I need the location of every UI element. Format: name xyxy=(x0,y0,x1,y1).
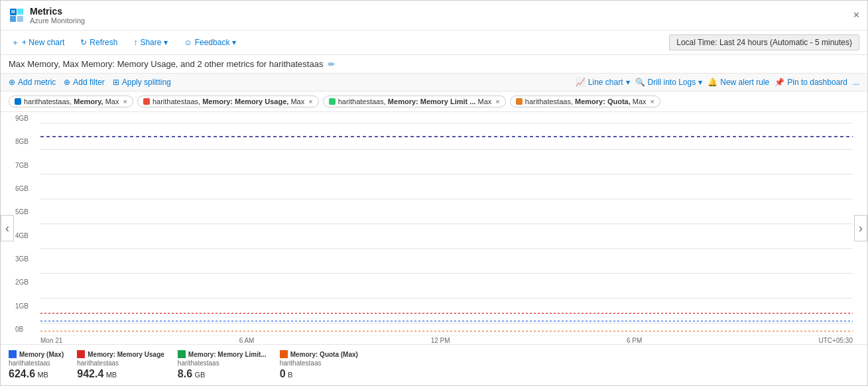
pill-close-3[interactable]: × xyxy=(495,97,499,105)
legend-item-header-2: Memory: Memory Usage xyxy=(77,350,164,358)
metrics-bar: ⊕ Add metric ⊕ Add filter ⊞ Apply splitt… xyxy=(1,74,867,92)
new-alert-rule-button[interactable]: 🔔 New alert rule xyxy=(708,78,769,87)
title-bar: M Metrics Azure Monitoring × xyxy=(1,1,867,31)
chart-canvas xyxy=(40,112,853,336)
legend-item-header-1: Memory (Max) xyxy=(9,350,64,358)
x-label-12pm: 12 PM xyxy=(431,337,450,344)
legend-value-4: 0 B xyxy=(280,368,358,380)
y-label-5gb: 5GB xyxy=(15,208,38,216)
y-label-8gb: 8GB xyxy=(15,138,38,145)
y-label-0b: 0B xyxy=(15,326,38,333)
new-chart-button[interactable]: ＋ + New chart xyxy=(9,36,67,50)
drill-into-logs-button[interactable]: 🔍 Drill into Logs ▾ xyxy=(635,78,703,87)
line-chart-button[interactable]: 📈 Line chart ▾ xyxy=(576,78,630,87)
drill-icon: 🔍 xyxy=(635,78,645,87)
pill-memory: harithatestaas, Memory, Max × xyxy=(9,96,133,107)
svg-rect-5 xyxy=(15,98,21,105)
chart-title-bar: Max Memory, Max Memory: Memory Usage, an… xyxy=(1,55,867,74)
x-label-mon21: Mon 21 xyxy=(40,337,62,344)
legend-item-memory-quota: Memory: Quota (Max) harithatestaas 0 B xyxy=(280,350,358,380)
pill-icon-2 xyxy=(143,98,150,105)
pin-to-dashboard-button[interactable]: 📌 Pin to dashboard xyxy=(775,78,847,87)
add-filter-button[interactable]: ⊕ Add filter xyxy=(64,78,104,87)
pill-close-1[interactable]: × xyxy=(123,97,127,105)
pill-memory-usage: harithatestaas, Memory: Memory Usage, Ma… xyxy=(137,96,319,107)
pill-close-4[interactable]: × xyxy=(651,97,654,105)
svg-rect-3 xyxy=(17,16,23,22)
azure-icon: M xyxy=(9,7,25,23)
feedback-icon: ☺ xyxy=(184,38,192,47)
x-label-6am: 6 AM xyxy=(239,337,255,344)
toolbar-right: Local Time: Last 24 hours (Automatic - 5… xyxy=(669,34,859,50)
edit-icon[interactable]: ✏ xyxy=(328,60,335,69)
svg-rect-8 xyxy=(516,98,523,105)
y-label-6gb: 6GB xyxy=(15,185,38,192)
pill-icon-3 xyxy=(329,98,336,105)
svg-rect-7 xyxy=(329,98,336,105)
new-chart-label: + New chart xyxy=(22,38,64,47)
pills-container: harithatestaas, Memory, Max × harithates… xyxy=(1,92,867,112)
chart-title: Max Memory, Max Memory: Memory Usage, an… xyxy=(9,59,323,69)
add-metric-button[interactable]: ⊕ Add metric xyxy=(9,78,56,87)
window-subtitle: Azure Monitoring xyxy=(30,17,85,25)
window-title: Metrics xyxy=(30,6,85,17)
title-text: Metrics Azure Monitoring xyxy=(30,6,85,25)
toolbar-left: ＋ + New chart ↻ Refresh ↑ Share ▾ ☺ Feed… xyxy=(9,36,239,50)
x-axis: Mon 21 6 AM 12 PM 6 PM UTC+05:30 xyxy=(15,336,853,344)
chart-svg xyxy=(40,112,853,336)
pin-to-dashboard-label: Pin to dashboard xyxy=(787,78,847,87)
legend-item-memory-usage: Memory: Memory Usage harithatestaas 942.… xyxy=(77,350,164,380)
line-chart-label: Line chart xyxy=(588,78,623,87)
apply-splitting-label: Apply splitting xyxy=(122,78,171,87)
time-selector-button[interactable]: Local Time: Last 24 hours (Automatic - 5… xyxy=(669,34,859,50)
pill-icon-4 xyxy=(516,98,523,105)
legend-item-memory: Memory (Max) harithatestaas 624.6 MB xyxy=(9,350,64,380)
x-label-6pm: 6 PM xyxy=(627,337,642,344)
close-button[interactable]: × xyxy=(853,9,859,21)
metrics-bar-left: ⊕ Add metric ⊕ Add filter ⊞ Apply splitt… xyxy=(9,78,171,87)
more-options-button[interactable]: ... xyxy=(853,78,859,87)
add-metric-label: Add metric xyxy=(18,78,56,87)
legend-item-memory-limit: Memory: Memory Limit... harithatestaas 8… xyxy=(178,350,267,380)
legend-color-4 xyxy=(280,350,288,358)
legend-color-2 xyxy=(77,350,85,358)
legend-color-1 xyxy=(9,350,17,358)
svg-rect-2 xyxy=(10,16,16,22)
chart-area: ‹ › 9GB 8GB 7GB 6GB 5GB 4GB 3GB 2GB 1GB … xyxy=(1,112,867,344)
toolbar: ＋ + New chart ↻ Refresh ↑ Share ▾ ☺ Feed… xyxy=(1,31,867,55)
chart-nav-left[interactable]: ‹ xyxy=(1,215,14,241)
x-label-utc: UTC+05:30 xyxy=(819,337,853,344)
share-chevron-icon: ▾ xyxy=(164,38,168,47)
add-metric-icon: ⊕ xyxy=(9,78,15,87)
feedback-button[interactable]: ☺ Feedback ▾ xyxy=(181,36,239,48)
legend-item-header-3: Memory: Memory Limit... xyxy=(178,350,267,358)
pill-close-2[interactable]: × xyxy=(308,97,312,105)
title-bar-left: M Metrics Azure Monitoring xyxy=(9,6,85,25)
share-button[interactable]: ↑ Share ▾ xyxy=(131,36,170,48)
legend-value-2: 942.4 MB xyxy=(77,368,164,380)
pill-icon-1 xyxy=(15,98,21,105)
y-label-7gb: 7GB xyxy=(15,162,38,169)
add-filter-label: Add filter xyxy=(73,78,104,87)
drill-into-logs-label: Drill into Logs xyxy=(648,78,696,87)
y-axis: 9GB 8GB 7GB 6GB 5GB 4GB 3GB 2GB 1GB 0B xyxy=(15,112,40,336)
legend-name-4: Memory: Quota (Max) xyxy=(290,351,358,358)
chart-nav-right[interactable]: › xyxy=(854,215,867,241)
legend-item-header-4: Memory: Quota (Max) xyxy=(280,350,358,358)
y-label-2gb: 2GB xyxy=(15,279,38,286)
legend-name-2: Memory: Memory Usage xyxy=(88,351,164,358)
plus-icon: ＋ xyxy=(11,37,19,48)
refresh-button[interactable]: ↻ Refresh xyxy=(78,36,120,48)
apply-splitting-button[interactable]: ⊞ Apply splitting xyxy=(113,78,171,87)
metrics-bar-right: 📈 Line chart ▾ 🔍 Drill into Logs ▾ 🔔 New… xyxy=(576,78,859,87)
legend-sub-3: harithatestaas xyxy=(178,359,267,367)
legend-value-3: 8.6 GB xyxy=(178,368,267,380)
pill-memory-quota: harithatestaas, Memory: Quota, Max × xyxy=(510,96,660,107)
splitting-icon: ⊞ xyxy=(113,78,119,87)
svg-rect-6 xyxy=(143,98,150,105)
legend-color-3 xyxy=(178,350,186,358)
new-alert-rule-label: New alert rule xyxy=(720,78,769,87)
alert-icon: 🔔 xyxy=(708,78,717,87)
y-label-3gb: 3GB xyxy=(15,255,38,263)
legend-name-3: Memory: Memory Limit... xyxy=(188,351,267,358)
